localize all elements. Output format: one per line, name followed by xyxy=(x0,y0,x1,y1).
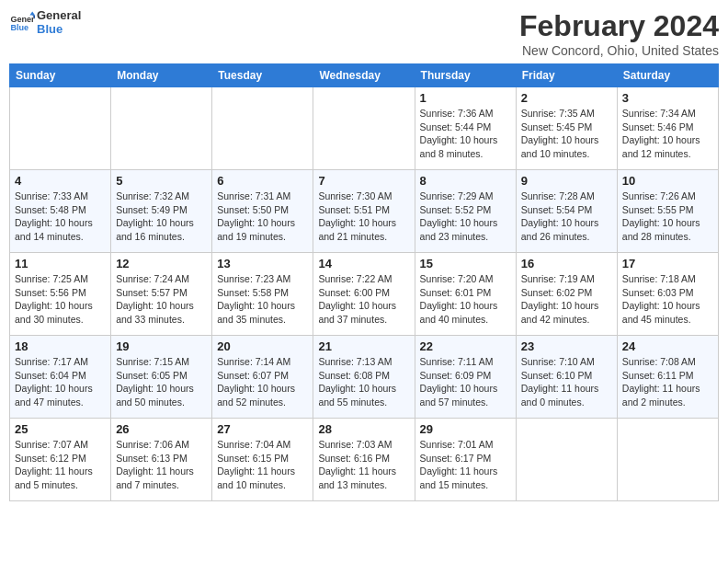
calendar-cell: 23Sunrise: 7:10 AMSunset: 6:10 PMDayligh… xyxy=(516,336,617,419)
calendar-cell: 20Sunrise: 7:14 AMSunset: 6:07 PMDayligh… xyxy=(212,336,313,419)
day-number: 18 xyxy=(15,339,106,353)
calendar-cell xyxy=(10,87,111,170)
calendar-cell: 13Sunrise: 7:23 AMSunset: 5:58 PMDayligh… xyxy=(212,253,313,336)
calendar-subtitle: New Concord, Ohio, United States xyxy=(519,43,719,58)
calendar-cell: 19Sunrise: 7:15 AMSunset: 6:05 PMDayligh… xyxy=(111,336,212,419)
day-info: Sunrise: 7:03 AMSunset: 6:16 PMDaylight:… xyxy=(318,438,409,492)
calendar-cell: 17Sunrise: 7:18 AMSunset: 6:03 PMDayligh… xyxy=(617,253,718,336)
day-number: 28 xyxy=(318,422,409,436)
day-number: 22 xyxy=(420,339,511,353)
day-info: Sunrise: 7:33 AMSunset: 5:48 PMDaylight:… xyxy=(15,190,106,244)
page-header: General Blue General Blue February 2024 … xyxy=(9,9,719,58)
logo-blue-text: Blue xyxy=(37,23,81,37)
day-number: 13 xyxy=(217,257,308,270)
day-number: 11 xyxy=(15,257,106,270)
svg-text:Blue: Blue xyxy=(10,23,28,32)
calendar-cell xyxy=(212,87,313,170)
day-number: 10 xyxy=(622,174,713,188)
day-info: Sunrise: 7:10 AMSunset: 6:10 PMDaylight:… xyxy=(521,355,612,409)
day-number: 25 xyxy=(15,422,106,436)
calendar-cell: 18Sunrise: 7:17 AMSunset: 6:04 PMDayligh… xyxy=(10,336,111,419)
day-number: 12 xyxy=(116,257,207,270)
calendar-cell: 4Sunrise: 7:33 AMSunset: 5:48 PMDaylight… xyxy=(10,170,111,253)
calendar-cell: 5Sunrise: 7:32 AMSunset: 5:49 PMDaylight… xyxy=(111,170,212,253)
day-number: 17 xyxy=(622,257,713,270)
calendar-cell: 14Sunrise: 7:22 AMSunset: 6:00 PMDayligh… xyxy=(313,253,415,336)
day-number: 14 xyxy=(318,257,409,270)
day-info: Sunrise: 7:20 AMSunset: 6:01 PMDaylight:… xyxy=(420,272,511,327)
calendar-title: February 2024 xyxy=(519,9,719,43)
day-info: Sunrise: 7:28 AMSunset: 5:54 PMDaylight:… xyxy=(521,190,612,244)
week-row-2: 4Sunrise: 7:33 AMSunset: 5:48 PMDaylight… xyxy=(10,170,719,253)
day-info: Sunrise: 7:14 AMSunset: 6:07 PMDaylight:… xyxy=(217,355,308,409)
calendar-cell: 2Sunrise: 7:35 AMSunset: 5:45 PMDaylight… xyxy=(516,87,617,170)
day-info: Sunrise: 7:17 AMSunset: 6:04 PMDaylight:… xyxy=(15,355,106,409)
title-block: February 2024 New Concord, Ohio, United … xyxy=(519,9,719,58)
calendar-cell xyxy=(516,419,617,501)
day-number: 6 xyxy=(217,174,308,188)
day-info: Sunrise: 7:15 AMSunset: 6:05 PMDaylight:… xyxy=(116,355,207,409)
day-info: Sunrise: 7:32 AMSunset: 5:49 PMDaylight:… xyxy=(116,190,207,244)
calendar-cell: 11Sunrise: 7:25 AMSunset: 5:56 PMDayligh… xyxy=(10,253,111,336)
calendar-cell: 10Sunrise: 7:26 AMSunset: 5:55 PMDayligh… xyxy=(617,170,718,253)
day-info: Sunrise: 7:23 AMSunset: 5:58 PMDaylight:… xyxy=(217,272,308,327)
day-info: Sunrise: 7:29 AMSunset: 5:52 PMDaylight:… xyxy=(420,190,511,244)
day-of-week-thursday: Thursday xyxy=(415,64,516,87)
calendar-cell xyxy=(617,419,718,501)
day-number: 1 xyxy=(420,91,511,105)
calendar-cell: 26Sunrise: 7:06 AMSunset: 6:13 PMDayligh… xyxy=(111,419,212,501)
day-of-week-saturday: Saturday xyxy=(617,64,718,87)
calendar-cell xyxy=(313,87,415,170)
calendar-cell: 27Sunrise: 7:04 AMSunset: 6:15 PMDayligh… xyxy=(212,419,313,501)
svg-marker-2 xyxy=(29,11,35,15)
logo: General Blue General Blue xyxy=(9,9,81,37)
day-info: Sunrise: 7:04 AMSunset: 6:15 PMDaylight:… xyxy=(217,438,308,492)
day-number: 21 xyxy=(318,339,409,353)
calendar-cell: 9Sunrise: 7:28 AMSunset: 5:54 PMDaylight… xyxy=(516,170,617,253)
week-row-3: 11Sunrise: 7:25 AMSunset: 5:56 PMDayligh… xyxy=(10,253,719,336)
day-number: 29 xyxy=(420,422,511,436)
day-number: 27 xyxy=(217,422,308,436)
day-number: 8 xyxy=(420,174,511,188)
day-number: 7 xyxy=(318,174,409,188)
calendar-cell: 16Sunrise: 7:19 AMSunset: 6:02 PMDayligh… xyxy=(516,253,617,336)
calendar-cell: 29Sunrise: 7:01 AMSunset: 6:17 PMDayligh… xyxy=(415,419,516,501)
day-number: 5 xyxy=(116,174,207,188)
calendar-table: SundayMondayTuesdayWednesdayThursdayFrid… xyxy=(9,63,719,501)
day-info: Sunrise: 7:30 AMSunset: 5:51 PMDaylight:… xyxy=(318,190,409,244)
day-number: 15 xyxy=(420,257,511,270)
week-row-4: 18Sunrise: 7:17 AMSunset: 6:04 PMDayligh… xyxy=(10,336,719,419)
day-number: 9 xyxy=(521,174,612,188)
calendar-cell: 24Sunrise: 7:08 AMSunset: 6:11 PMDayligh… xyxy=(617,336,718,419)
calendar-cell: 28Sunrise: 7:03 AMSunset: 6:16 PMDayligh… xyxy=(313,419,415,501)
calendar-cell: 7Sunrise: 7:30 AMSunset: 5:51 PMDaylight… xyxy=(313,170,415,253)
day-number: 26 xyxy=(116,422,207,436)
day-info: Sunrise: 7:35 AMSunset: 5:45 PMDaylight:… xyxy=(521,107,612,161)
day-info: Sunrise: 7:07 AMSunset: 6:12 PMDaylight:… xyxy=(15,438,106,492)
day-info: Sunrise: 7:26 AMSunset: 5:55 PMDaylight:… xyxy=(622,190,713,244)
calendar-cell: 12Sunrise: 7:24 AMSunset: 5:57 PMDayligh… xyxy=(111,253,212,336)
day-number: 4 xyxy=(15,174,106,188)
week-row-1: 1Sunrise: 7:36 AMSunset: 5:44 PMDaylight… xyxy=(10,87,719,170)
day-of-week-tuesday: Tuesday xyxy=(212,64,313,87)
day-info: Sunrise: 7:13 AMSunset: 6:08 PMDaylight:… xyxy=(318,355,409,409)
day-number: 20 xyxy=(217,339,308,353)
day-of-week-sunday: Sunday xyxy=(10,64,111,87)
day-info: Sunrise: 7:11 AMSunset: 6:09 PMDaylight:… xyxy=(420,355,511,409)
calendar-cell: 21Sunrise: 7:13 AMSunset: 6:08 PMDayligh… xyxy=(313,336,415,419)
day-info: Sunrise: 7:36 AMSunset: 5:44 PMDaylight:… xyxy=(420,107,511,161)
calendar-cell: 25Sunrise: 7:07 AMSunset: 6:12 PMDayligh… xyxy=(10,419,111,501)
svg-text:General: General xyxy=(10,15,35,24)
calendar-cell: 6Sunrise: 7:31 AMSunset: 5:50 PMDaylight… xyxy=(212,170,313,253)
day-number: 2 xyxy=(521,91,612,105)
calendar-cell: 3Sunrise: 7:34 AMSunset: 5:46 PMDaylight… xyxy=(617,87,718,170)
day-of-week-monday: Monday xyxy=(111,64,212,87)
day-info: Sunrise: 7:25 AMSunset: 5:56 PMDaylight:… xyxy=(15,272,106,327)
day-number: 16 xyxy=(521,257,612,270)
calendar-cell: 15Sunrise: 7:20 AMSunset: 6:01 PMDayligh… xyxy=(415,253,516,336)
calendar-cell: 22Sunrise: 7:11 AMSunset: 6:09 PMDayligh… xyxy=(415,336,516,419)
day-number: 19 xyxy=(116,339,207,353)
day-info: Sunrise: 7:08 AMSunset: 6:11 PMDaylight:… xyxy=(622,355,713,409)
logo-icon: General Blue xyxy=(9,10,35,36)
day-info: Sunrise: 7:24 AMSunset: 5:57 PMDaylight:… xyxy=(116,272,207,327)
